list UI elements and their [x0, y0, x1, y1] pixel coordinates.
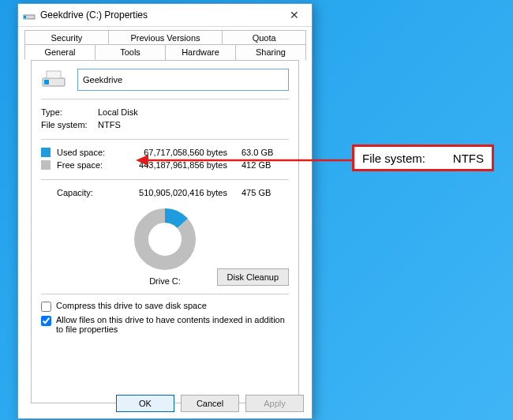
disk-usage-donut — [131, 205, 199, 273]
divider — [41, 99, 289, 99]
callout-value: NTFS — [453, 152, 484, 165]
type-row: Type: Local Disk — [41, 106, 289, 118]
used-space-row: Used space: 67,717,058,560 bytes 63.0 GB — [41, 146, 289, 159]
filesystem-row: File system: NTFS — [41, 118, 289, 131]
cancel-button[interactable]: Cancel — [181, 395, 239, 412]
filesystem-label: File system: — [41, 120, 98, 129]
free-space-row: Free space: 443,187,961,856 bytes 412 GB — [41, 159, 289, 171]
svg-rect-4 — [47, 71, 61, 78]
apply-button: Apply — [245, 395, 304, 412]
divider — [41, 294, 289, 294]
svg-rect-1 — [24, 16, 26, 18]
compress-checkbox[interactable] — [41, 302, 51, 312]
general-panel: Type: Local Disk File system: NTFS Used … — [31, 60, 299, 403]
free-bytes: 443,187,961,856 bytes — [123, 160, 242, 170]
divider — [41, 179, 289, 180]
properties-dialog: Geekdrive (C:) Properties ✕ Security Pre… — [17, 3, 313, 419]
svg-rect-3 — [44, 80, 49, 84]
tab-quota[interactable]: Quota — [222, 30, 306, 45]
used-legend-icon — [41, 148, 51, 157]
window-title: Geekdrive (C:) Properties — [40, 9, 277, 21]
tab-tools[interactable]: Tools — [95, 44, 166, 60]
titlebar[interactable]: Geekdrive (C:) Properties ✕ — [18, 4, 312, 27]
index-checkbox-row[interactable]: Allow files on this drive to have conten… — [41, 315, 289, 334]
index-checkbox[interactable] — [41, 316, 51, 326]
callout-label: File system: — [362, 152, 453, 165]
drive-large-icon — [41, 69, 66, 91]
callout-box: File system: NTFS — [352, 144, 494, 171]
compress-label: Compress this drive to save disk space — [56, 301, 207, 310]
tab-sharing[interactable]: Sharing — [235, 44, 306, 60]
compress-checkbox-row[interactable]: Compress this drive to save disk space — [41, 301, 289, 312]
tab-security[interactable]: Security — [24, 30, 109, 45]
drive-name-input[interactable] — [77, 69, 289, 91]
type-label: Type: — [41, 107, 98, 117]
tab-previous-versions[interactable]: Previous Versions — [108, 30, 223, 45]
disk-cleanup-button[interactable]: Disk Cleanup — [217, 268, 289, 286]
tab-strip: Security Previous Versions Quota General… — [18, 27, 312, 403]
free-label: Free space: — [57, 160, 123, 170]
used-label: Used space: — [57, 148, 123, 157]
capacity-label: Capacity: — [57, 188, 123, 197]
used-bytes: 67,717,058,560 bytes — [123, 148, 242, 157]
drive-icon — [23, 9, 36, 21]
tab-hardware[interactable]: Hardware — [165, 44, 236, 60]
type-value: Local Disk — [98, 107, 138, 117]
index-label: Allow files on this drive to have conten… — [56, 315, 289, 334]
close-button[interactable]: ✕ — [277, 4, 312, 26]
capacity-row: Capacity: 510,905,020,416 bytes 475 GB — [41, 186, 289, 199]
capacity-bytes: 510,905,020,416 bytes — [123, 188, 242, 197]
divider — [41, 139, 289, 140]
used-hr: 63.0 GB — [242, 148, 284, 157]
ok-button[interactable]: OK — [116, 395, 174, 412]
capacity-hr: 475 GB — [242, 188, 284, 197]
filesystem-value: NTFS — [98, 120, 121, 129]
dialog-buttons: OK Cancel Apply — [116, 395, 304, 412]
free-hr: 412 GB — [242, 160, 284, 170]
tab-general[interactable]: General — [24, 44, 95, 60]
free-legend-icon — [41, 160, 51, 170]
